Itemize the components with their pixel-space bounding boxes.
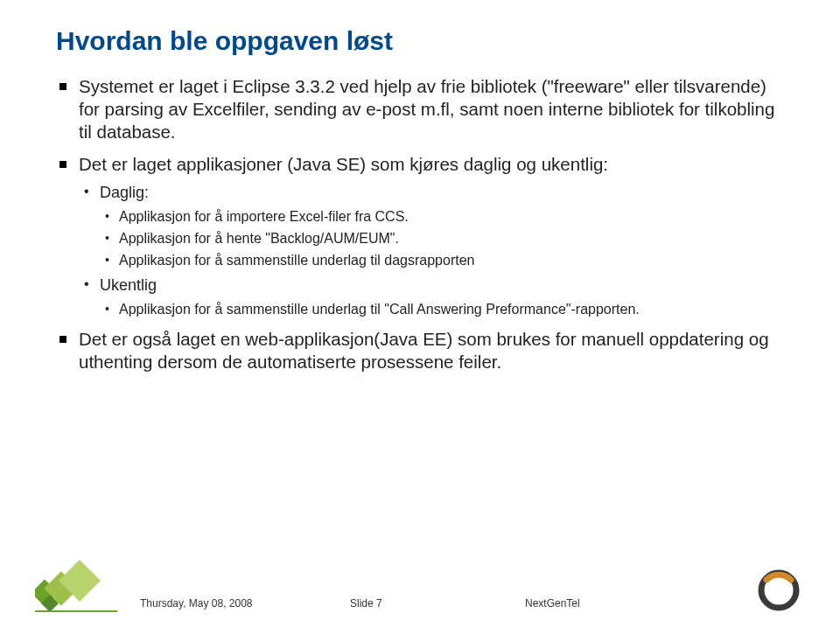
bullet-subitem: Daglig: Applikasjon for å importere Exce…	[79, 183, 784, 270]
footer-brand: NextGenTel	[525, 597, 718, 610]
brand-logo-icon	[756, 568, 802, 613]
bullet-sublist: Daglig: Applikasjon for å importere Exce…	[79, 183, 784, 319]
footer: Thursday, May 08, 2008 Slide 7 NextGenTe…	[0, 597, 840, 610]
bullet-subsublist: Applikasjon for å importere Excel-filer …	[100, 208, 784, 269]
footer-slide-number: Slide 7	[350, 597, 525, 610]
bullet-subitem: Ukentlig Applikasjon for å sammenstille …	[79, 275, 784, 319]
bullet-subsublist: Applikasjon for å sammenstille underlag …	[100, 301, 784, 319]
bullet-text: Ukentlig	[100, 276, 157, 294]
bullet-subsubitem: Applikasjon for å sammenstille underlag …	[100, 252, 784, 270]
bullet-item: Det er også laget en web-applikasjon(Jav…	[56, 328, 784, 373]
footer-date: Thursday, May 08, 2008	[140, 597, 350, 610]
bullet-subsubitem: Applikasjon for å hente "Backlog/AUM/EUM…	[100, 230, 784, 248]
bullet-text: Det er laget applikasjoner (Java SE) som…	[79, 154, 608, 174]
page-title: Hvordan ble oppgaven løst	[56, 26, 784, 56]
bullet-list: Systemet er laget i Eclipse 3.3.2 ved hj…	[56, 75, 784, 373]
bullet-text: Daglig:	[100, 184, 149, 201]
bullet-item: Det er laget applikasjoner (Java SE) som…	[56, 153, 784, 319]
bullet-subsubitem: Applikasjon for å importere Excel-filer …	[100, 208, 784, 226]
bullet-subsubitem: Applikasjon for å sammenstille underlag …	[100, 301, 784, 319]
bullet-item: Systemet er laget i Eclipse 3.3.2 ved hj…	[56, 75, 784, 144]
slide: Hvordan ble oppgaven løst Systemet er la…	[0, 0, 840, 627]
